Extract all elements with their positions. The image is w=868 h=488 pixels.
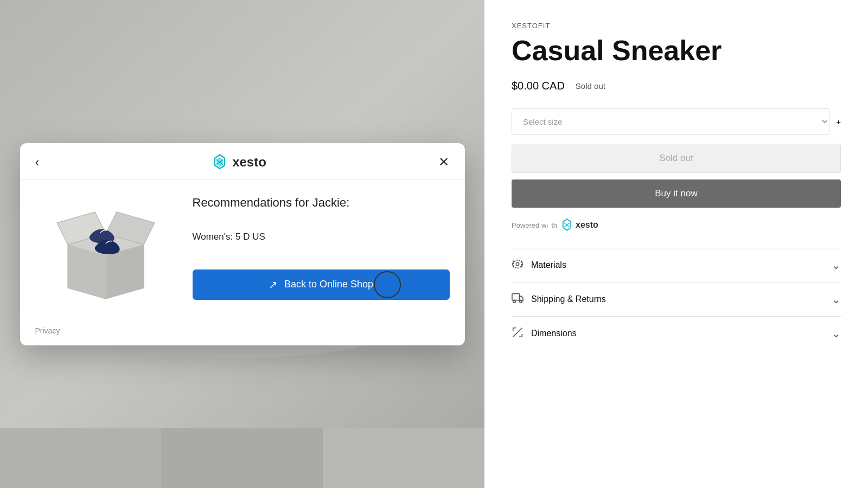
accordion-materials[interactable]: Materials ⌄ bbox=[512, 248, 841, 282]
product-image-panel: ‹ xesto ✕ bbox=[0, 0, 484, 488]
recommendations-modal: ‹ xesto ✕ bbox=[20, 143, 465, 345]
recommendations-title: Recommendations for Jackie: bbox=[193, 196, 450, 210]
shipping-text: Shipping & Returns bbox=[531, 294, 606, 304]
product-title: Casual Sneaker bbox=[512, 35, 841, 66]
accordion-dimensions[interactable]: Dimensions ⌄ bbox=[512, 316, 841, 350]
size-chart-button[interactable]: + bbox=[836, 117, 841, 126]
back-to-shop-button[interactable]: ↗ Back to Online Shop bbox=[193, 269, 450, 300]
dimensions-text: Dimensions bbox=[531, 329, 577, 338]
privacy-link[interactable]: Privacy bbox=[35, 326, 60, 335]
product-price: $0.00 CAD bbox=[512, 80, 565, 92]
brand-name: XESTOFIT bbox=[512, 22, 841, 30]
sold-out-button: Sold out bbox=[512, 144, 841, 173]
accordion-shipping-label: Shipping & Returns bbox=[512, 292, 606, 306]
external-link-icon: ↗ bbox=[269, 278, 278, 291]
powered-by-row: Powered wi th xesto bbox=[512, 219, 841, 232]
xesto-logo-text: xesto bbox=[232, 155, 266, 170]
materials-icon bbox=[512, 258, 524, 272]
sold-out-label: Sold out bbox=[576, 81, 605, 91]
price-row: $0.00 CAD Sold out bbox=[512, 80, 841, 92]
th-text: th bbox=[551, 221, 557, 229]
svg-point-19 bbox=[514, 260, 522, 268]
xesto-logo-powered: xesto bbox=[560, 219, 598, 232]
box-illustration bbox=[52, 196, 160, 304]
xesto-brand-text: xesto bbox=[576, 220, 598, 230]
accordion-dimensions-label: Dimensions bbox=[512, 326, 577, 341]
accordion-shipping[interactable]: Shipping & Returns ⌄ bbox=[512, 282, 841, 316]
svg-point-21 bbox=[513, 300, 516, 303]
size-select[interactable]: Select size bbox=[512, 108, 829, 135]
size-selector-row: Select size + bbox=[512, 108, 841, 135]
back-to-shop-label: Back to Online Shop bbox=[284, 279, 373, 290]
svg-rect-20 bbox=[512, 294, 520, 300]
modal-footer: Privacy bbox=[20, 320, 465, 345]
shipping-chevron: ⌄ bbox=[832, 293, 841, 306]
modal-back-button[interactable]: ‹ bbox=[35, 155, 40, 170]
cursor-circle bbox=[374, 271, 401, 298]
dimensions-chevron: ⌄ bbox=[832, 327, 841, 340]
product-detail-panel: XESTOFIT Casual Sneaker $0.00 CAD Sold o… bbox=[484, 0, 868, 488]
xesto-logo-icon bbox=[212, 154, 228, 170]
chevron-left-icon: ‹ bbox=[35, 155, 40, 170]
dimensions-icon bbox=[512, 326, 524, 341]
modal-image-area bbox=[35, 196, 176, 304]
modal-header: ‹ xesto ✕ bbox=[20, 143, 465, 179]
xesto-logo: xesto bbox=[212, 154, 266, 170]
materials-text: Materials bbox=[531, 260, 566, 270]
svg-point-22 bbox=[520, 300, 522, 303]
svg-point-18 bbox=[516, 262, 519, 266]
modal-content-area: Recommendations for Jackie: Women's: 5 D… bbox=[193, 196, 450, 304]
size-recommendation: Women's: 5 D US bbox=[193, 232, 450, 242]
modal-overlay: ‹ xesto ✕ bbox=[0, 0, 484, 488]
powered-by-text: Powered wi bbox=[512, 221, 548, 229]
accordion-materials-label: Materials bbox=[512, 258, 566, 272]
modal-body: Recommendations for Jackie: Women's: 5 D… bbox=[20, 179, 465, 320]
xesto-small-icon bbox=[560, 219, 573, 232]
shipping-icon bbox=[512, 292, 524, 306]
modal-close-button[interactable]: ✕ bbox=[438, 155, 449, 170]
buy-now-button[interactable]: Buy it now bbox=[512, 179, 841, 208]
materials-chevron: ⌄ bbox=[832, 259, 841, 272]
plus-icon: + bbox=[836, 117, 841, 126]
accordion-list: Materials ⌄ Shipping & Returns ⌄ bbox=[512, 248, 841, 350]
